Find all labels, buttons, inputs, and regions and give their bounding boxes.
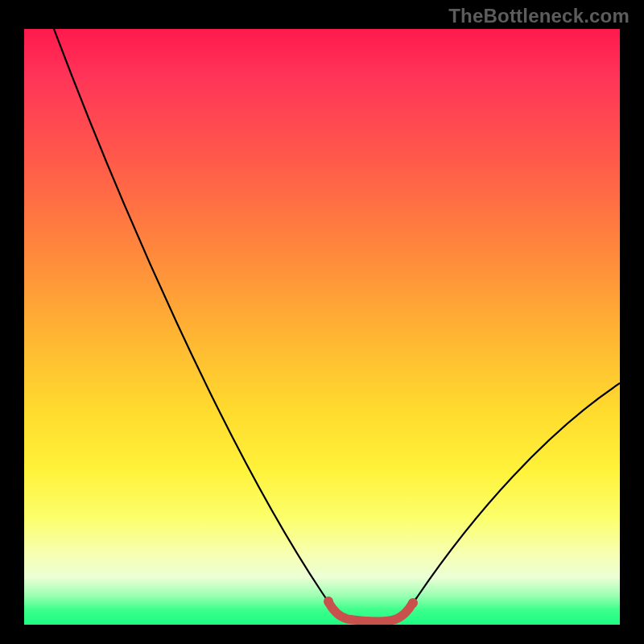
highlight-end-right	[408, 598, 418, 608]
bottom-highlight	[328, 602, 412, 621]
curve-layer	[24, 29, 620, 625]
chart-container: TheBottleneck.com	[0, 0, 644, 644]
highlight-end-left	[324, 597, 333, 606]
plot-area	[24, 29, 620, 625]
watermark-text: TheBottleneck.com	[448, 5, 630, 27]
bottleneck-curve	[54, 29, 620, 620]
